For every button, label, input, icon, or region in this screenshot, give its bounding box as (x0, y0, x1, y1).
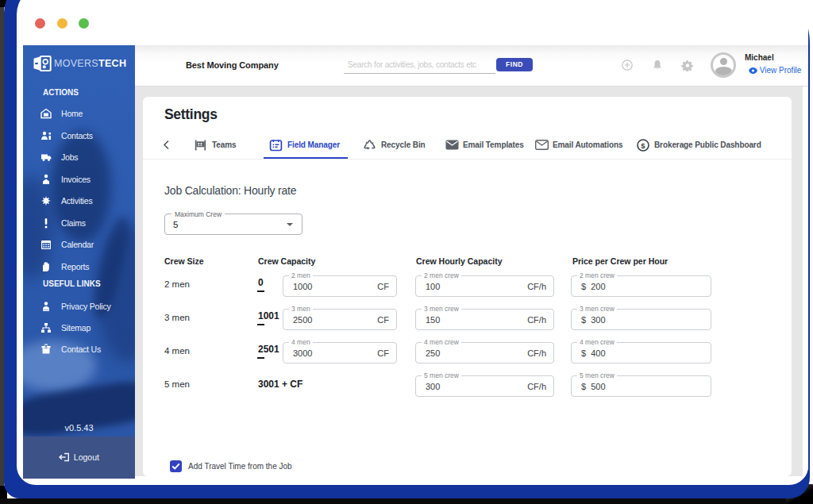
svg-text:$: $ (641, 141, 645, 150)
